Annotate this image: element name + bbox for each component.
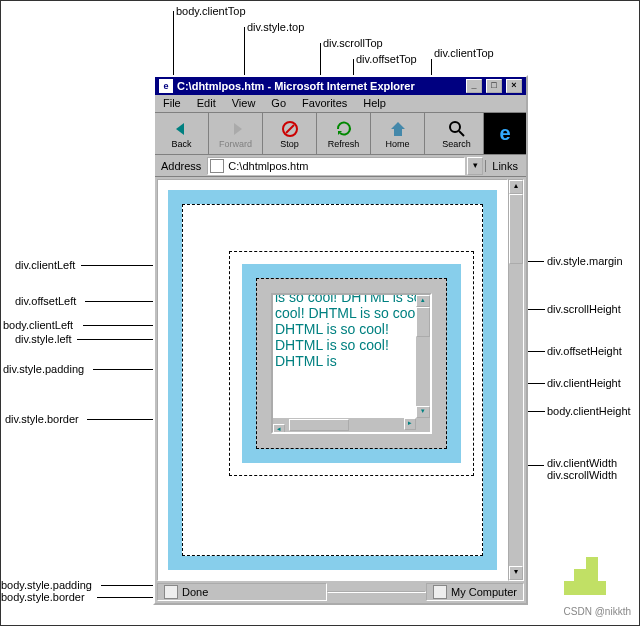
div-content-box[interactable]: is so cool! DHTML is so cool! DHTML is s… bbox=[271, 293, 432, 434]
svg-line-3 bbox=[459, 131, 464, 136]
label-div-style-margin: div.style.margin bbox=[547, 255, 623, 267]
ie-logo-icon: e bbox=[484, 113, 526, 154]
label-div-clientLeft: div.clientLeft bbox=[15, 259, 75, 271]
search-button[interactable]: Search bbox=[430, 113, 484, 154]
label-div-scrollTop: div.scrollTop bbox=[323, 37, 383, 49]
label-body-style-padding: body.style.padding bbox=[1, 579, 92, 591]
maximize-button[interactable]: □ bbox=[486, 79, 502, 93]
div-border-box: is so cool! DHTML is so cool! DHTML is s… bbox=[242, 264, 461, 463]
label-div-style-left: div.style.left bbox=[15, 333, 72, 345]
label-div-scrollWidth: div.scrollWidth bbox=[547, 469, 617, 481]
div-padding-box: is so cool! DHTML is so cool! DHTML is s… bbox=[256, 278, 447, 449]
svg-line-1 bbox=[286, 125, 294, 133]
label-div-style-border: div.style.border bbox=[5, 413, 79, 425]
close-button[interactable]: × bbox=[506, 79, 522, 93]
menubar: File Edit View Go Favorites Help bbox=[155, 95, 526, 113]
body-padding-box: is so cool! DHTML is so cool! DHTML is s… bbox=[182, 204, 483, 556]
label-div-offsetLeft: div.offsetLeft bbox=[15, 295, 76, 307]
scroll-thumb[interactable] bbox=[416, 307, 430, 337]
titlebar: e C:\dhtmlpos.htm - Microsoft Internet E… bbox=[155, 77, 526, 95]
back-arrow-icon bbox=[172, 119, 192, 139]
document-viewport: is so cool! DHTML is so cool! DHTML is s… bbox=[157, 179, 508, 581]
toolbar: Back Forward Stop Refresh Home Search e bbox=[155, 113, 526, 155]
stop-icon bbox=[280, 119, 300, 139]
page-icon bbox=[210, 159, 224, 173]
label-div-clientHeight: div.clientHeight bbox=[547, 377, 621, 389]
div-margin-box: is so cool! DHTML is so cool! DHTML is s… bbox=[229, 251, 474, 476]
scroll-left-icon[interactable]: ◂ bbox=[273, 424, 285, 434]
menu-view[interactable]: View bbox=[224, 95, 264, 112]
minimize-button[interactable]: _ bbox=[466, 79, 482, 93]
menu-file[interactable]: File bbox=[155, 95, 189, 112]
menu-favorites[interactable]: Favorites bbox=[294, 95, 355, 112]
forward-button: Forward bbox=[209, 113, 263, 154]
refresh-button[interactable]: Refresh bbox=[317, 113, 371, 154]
window-title: C:\dhtmlpos.htm - Microsoft Internet Exp… bbox=[177, 80, 415, 92]
scroll-right-icon[interactable]: ▸ bbox=[404, 418, 416, 430]
label-body-clientHeight: body.clientHeight bbox=[547, 405, 631, 417]
address-dropdown-button[interactable]: ▾ bbox=[467, 157, 483, 175]
label-div-style-top: div.style.top bbox=[247, 21, 304, 33]
back-button[interactable]: Back bbox=[155, 113, 209, 154]
main-scroll-up-icon[interactable]: ▴ bbox=[509, 180, 523, 194]
label-div-clientTop: div.clientTop bbox=[434, 47, 494, 59]
home-button[interactable]: Home bbox=[371, 113, 425, 154]
menu-help[interactable]: Help bbox=[355, 95, 394, 112]
address-label: Address bbox=[157, 160, 205, 172]
home-icon bbox=[388, 119, 408, 139]
refresh-icon bbox=[334, 119, 354, 139]
svg-point-2 bbox=[450, 122, 460, 132]
hscroll-thumb[interactable] bbox=[289, 419, 349, 431]
main-scroll-thumb[interactable] bbox=[509, 194, 523, 264]
scroll-up-icon[interactable]: ▴ bbox=[416, 295, 430, 307]
zone-icon bbox=[433, 585, 447, 599]
inner-horizontal-scrollbar[interactable]: ◂ ▸ bbox=[273, 418, 430, 432]
done-icon bbox=[164, 585, 178, 599]
label-div-offsetTop: div.offsetTop bbox=[356, 53, 417, 65]
label-body-clientLeft: body.clientLeft bbox=[3, 319, 73, 331]
watermark-text: CSDN @nikkth bbox=[564, 606, 631, 617]
div-text: is so cool! DHTML is so cool! DHTML is s… bbox=[275, 293, 428, 369]
browser-window: e C:\dhtmlpos.htm - Microsoft Internet E… bbox=[153, 75, 528, 605]
label-div-style-padding: div.style.padding bbox=[3, 363, 84, 375]
watermark-graphic bbox=[564, 557, 614, 597]
menu-edit[interactable]: Edit bbox=[189, 95, 224, 112]
body-border-box: is so cool! DHTML is so cool! DHTML is s… bbox=[168, 190, 497, 570]
statusbar: Done My Computer bbox=[157, 583, 524, 601]
inner-vertical-scrollbar[interactable]: ▴ ▾ bbox=[416, 295, 430, 418]
label-body-style-border: body.style.border bbox=[1, 591, 85, 603]
address-bar: Address C:\dhtmlpos.htm ▾ Links bbox=[155, 155, 526, 177]
label-div-offsetHeight: div.offsetHeight bbox=[547, 345, 622, 357]
menu-go[interactable]: Go bbox=[263, 95, 294, 112]
main-vertical-scrollbar[interactable]: ▴ ▾ bbox=[508, 179, 524, 581]
stop-button[interactable]: Stop bbox=[263, 113, 317, 154]
label-div-scrollHeight: div.scrollHeight bbox=[547, 303, 621, 315]
address-value: C:\dhtmlpos.htm bbox=[228, 160, 308, 172]
main-scroll-down-icon[interactable]: ▾ bbox=[509, 566, 523, 580]
address-field[interactable]: C:\dhtmlpos.htm bbox=[207, 157, 465, 175]
forward-arrow-icon bbox=[226, 119, 246, 139]
ie-icon: e bbox=[159, 79, 173, 93]
links-toolbar[interactable]: Links bbox=[485, 160, 524, 172]
status-done: Done bbox=[182, 586, 208, 598]
scroll-down-icon[interactable]: ▾ bbox=[416, 406, 430, 418]
search-icon bbox=[447, 119, 467, 139]
label-body-clientTop: body.clientTop bbox=[176, 5, 246, 17]
label-div-clientWidth: div.clientWidth bbox=[547, 457, 617, 469]
status-zone: My Computer bbox=[451, 586, 517, 598]
